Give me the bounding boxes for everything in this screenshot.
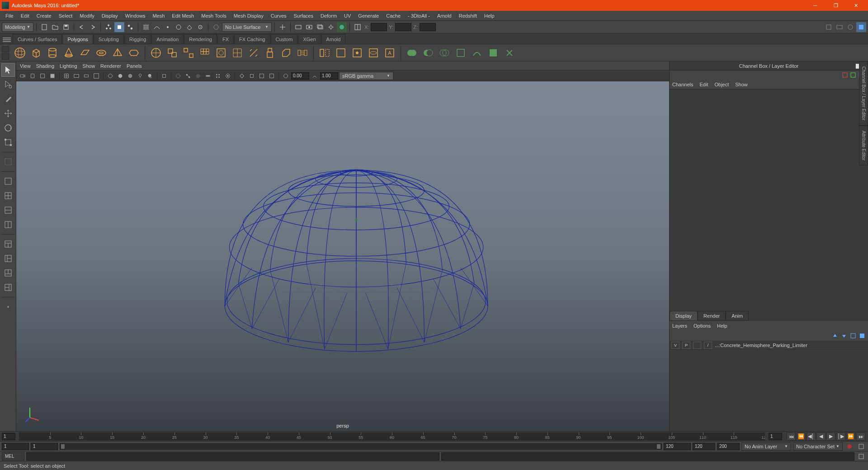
panel-two-v-button[interactable] — [1, 218, 15, 231]
panel-menu-lighting[interactable]: Lighting — [60, 63, 77, 69]
shade-dynamics-button[interactable] — [267, 71, 276, 80]
poly-crease-button[interactable] — [470, 46, 484, 60]
panel-menu-renderer[interactable]: Renderer — [100, 63, 121, 69]
snap-point-button[interactable] — [163, 22, 173, 32]
color-mgmt-button[interactable] — [281, 71, 290, 80]
poly-auto-button[interactable]: A — [382, 46, 397, 60]
menu-file[interactable]: File — [2, 12, 17, 20]
shadows-button[interactable] — [146, 71, 155, 80]
close-button[interactable]: ✕ — [846, 0, 866, 11]
menu-redshift[interactable]: Redshift — [455, 12, 481, 20]
depth-of-field-button[interactable] — [223, 71, 232, 80]
layer-type-cell[interactable] — [693, 342, 701, 349]
undo-button[interactable] — [77, 22, 87, 32]
poly-smooth-button[interactable] — [198, 46, 212, 60]
save-scene-button[interactable] — [61, 22, 71, 32]
hud-toggle-button[interactable] — [835, 22, 844, 32]
modeling-toolkit-button[interactable] — [824, 22, 834, 32]
poly-separate-button[interactable] — [181, 46, 196, 60]
range-thumb[interactable] — [61, 444, 65, 449]
shelf-tab-rendering[interactable]: Rendering — [184, 34, 217, 44]
go-to-end-button[interactable]: ⏭ — [856, 432, 865, 441]
smooth-shade-button[interactable] — [116, 71, 125, 80]
film-gate-button[interactable] — [72, 71, 81, 80]
menu-help[interactable]: Help — [481, 12, 498, 20]
motion-blur-button[interactable] — [203, 71, 212, 80]
hypershade-button[interactable] — [337, 22, 347, 32]
poly-uv-button[interactable] — [334, 46, 348, 60]
poly-bevel-button[interactable] — [279, 46, 293, 60]
2d-pan-button[interactable] — [48, 71, 57, 80]
step-back-button[interactable]: ◀│ — [807, 432, 816, 441]
script-lang-button[interactable]: MEL — [2, 452, 24, 461]
character-set-dropdown[interactable]: No Character Set ▼ — [793, 442, 843, 451]
isolate-select-button[interactable] — [160, 71, 169, 80]
last-tool[interactable] — [1, 155, 15, 169]
render-settings-button[interactable] — [326, 22, 336, 32]
channel-menu-channels[interactable]: Channels — [672, 82, 693, 87]
step-forward-key-button[interactable]: ⏩ — [846, 432, 855, 441]
side-tab-attribute-editor[interactable]: Attribute Editor — [859, 126, 868, 165]
select-component-button[interactable] — [125, 22, 135, 32]
panel-three-left-button[interactable] — [1, 252, 15, 265]
poly-cone-button[interactable] — [61, 46, 76, 60]
command-input[interactable] — [26, 452, 439, 461]
workspace-dropdown[interactable]: Modeling ▼ — [2, 23, 33, 32]
menu-select[interactable]: Select — [55, 12, 76, 20]
snap-curve-button[interactable] — [152, 22, 162, 32]
poly-cube-button[interactable] — [29, 46, 43, 60]
select-hierarchy-button[interactable] — [104, 22, 113, 32]
rotate-tool[interactable] — [1, 121, 15, 135]
poly-type-button[interactable] — [149, 46, 163, 60]
menu-curves[interactable]: Curves — [267, 12, 290, 20]
outliner-toggle-button[interactable] — [1, 300, 15, 314]
side-tab-channelbox[interactable]: Channel Box / Layer Editor — [859, 61, 868, 126]
image-plane-button[interactable] — [38, 71, 47, 80]
redo-button[interactable] — [88, 22, 98, 32]
shelf-tab-custom[interactable]: Custom — [271, 34, 298, 44]
shade-deformers-button[interactable] — [257, 71, 266, 80]
time-ruler[interactable]: 5101520253035404550556065707580859095100… — [19, 432, 765, 441]
menu-3dtoall[interactable]: - 3DtoAll - — [404, 12, 434, 20]
poly-combine-button[interactable] — [165, 46, 179, 60]
layer-new-selected-icon[interactable] — [859, 333, 865, 339]
poly-sculpt-button[interactable] — [453, 46, 468, 60]
menu-mesh[interactable]: Mesh — [149, 12, 168, 20]
xray-joints-button[interactable] — [184, 71, 193, 80]
z-input[interactable] — [420, 23, 436, 31]
snap-plane-button[interactable] — [184, 22, 194, 32]
poly-quadrangulate-button[interactable] — [486, 46, 500, 60]
minimize-button[interactable]: ─ — [805, 0, 826, 11]
shelf-tab-fxcaching[interactable]: FX Caching — [234, 34, 270, 44]
history-toggle-button[interactable] — [278, 22, 288, 32]
layer-new-empty-icon[interactable] — [850, 333, 856, 339]
panel-three-top-button[interactable] — [1, 237, 15, 251]
menu-windows[interactable]: Windows — [122, 12, 149, 20]
shelf-tab-xgen[interactable]: XGen — [298, 34, 321, 44]
panel-menu-show[interactable]: Show — [83, 63, 95, 69]
poly-cylindrical-button[interactable] — [366, 46, 381, 60]
poly-bool-intersect-button[interactable] — [437, 46, 452, 60]
playback-start-input[interactable]: 1 — [31, 443, 58, 450]
anim-layer-dropdown[interactable]: No Anim Layer ▼ — [741, 442, 791, 451]
auto-key-button[interactable] — [844, 442, 854, 451]
panel-single-button[interactable] — [1, 174, 15, 188]
paint-select-tool[interactable] — [1, 92, 15, 106]
layer-visible-cell[interactable]: V — [671, 342, 679, 349]
viewtransform-dropdown[interactable]: sRGB gamma ▼ — [339, 72, 393, 80]
poly-bool-union-button[interactable] — [405, 46, 419, 60]
panel-layout-button[interactable] — [353, 22, 363, 32]
poly-extrude-button[interactable] — [263, 46, 277, 60]
layer-row[interactable]: V P / ...:Concrete_Hemisphere_Parking_Li… — [670, 341, 868, 350]
menu-generate[interactable]: Generate — [354, 12, 382, 20]
layer-playback-cell[interactable]: P — [682, 342, 690, 349]
layer-tab-render[interactable]: Render — [698, 311, 726, 321]
layer-menu-layers[interactable]: Layers — [672, 323, 687, 329]
poly-torus-button[interactable] — [94, 46, 108, 60]
anim-min-input[interactable]: 120 — [693, 443, 715, 450]
select-camera-button[interactable] — [18, 71, 27, 80]
multisample-button[interactable] — [213, 71, 222, 80]
exposure-icon[interactable] — [237, 71, 246, 80]
current-frame-left[interactable]: 1 — [2, 433, 15, 440]
textured-button[interactable] — [126, 71, 135, 80]
